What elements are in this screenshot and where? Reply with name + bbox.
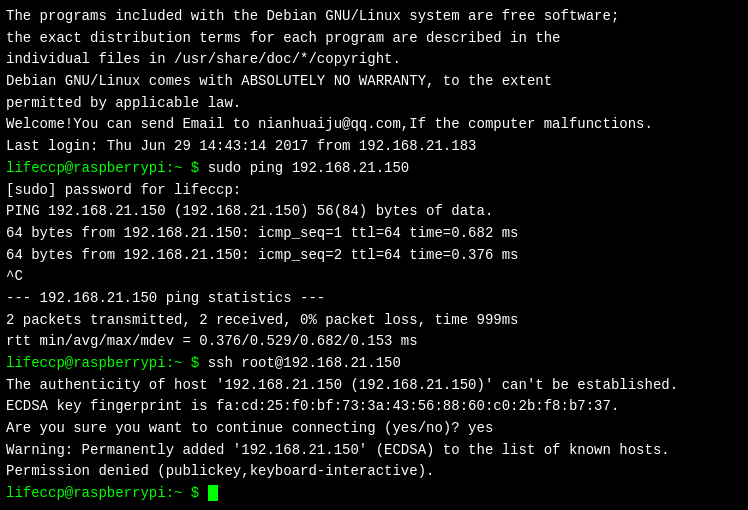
line-text: the exact distribution terms for each pr…	[6, 30, 561, 46]
line-text: 64 bytes from 192.168.21.150: icmp_seq=1…	[6, 225, 518, 241]
line-text: The authenticity of host '192.168.21.150…	[6, 377, 678, 393]
line-text: Last login: Thu Jun 29 14:43:14 2017 fro…	[6, 138, 476, 154]
line-text: [sudo] password for lifeccp:	[6, 182, 241, 198]
terminal-line: ECDSA key fingerprint is fa:cd:25:f0:bf:…	[6, 396, 742, 418]
prompt-text: lifeccp@raspberrypi:~ $	[6, 355, 208, 371]
line-text: ECDSA key fingerprint is fa:cd:25:f0:bf:…	[6, 398, 619, 414]
line-text: Debian GNU/Linux comes with ABSOLUTELY N…	[6, 73, 552, 89]
terminal-line: 64 bytes from 192.168.21.150: icmp_seq=1…	[6, 223, 742, 245]
line-text: permitted by applicable law.	[6, 95, 241, 111]
line-text: 64 bytes from 192.168.21.150: icmp_seq=2…	[6, 247, 518, 263]
terminal-line: lifeccp@raspberrypi:~ $ sudo ping 192.16…	[6, 158, 742, 180]
terminal-line: 64 bytes from 192.168.21.150: icmp_seq=2…	[6, 245, 742, 267]
terminal-line: Last login: Thu Jun 29 14:43:14 2017 fro…	[6, 136, 742, 158]
line-text: PING 192.168.21.150 (192.168.21.150) 56(…	[6, 203, 493, 219]
line-text: 2 packets transmitted, 2 received, 0% pa…	[6, 312, 518, 328]
prompt-text: lifeccp@raspberrypi:~ $	[6, 160, 208, 176]
line-text: The programs included with the Debian GN…	[6, 8, 619, 24]
terminal-line: individual files in /usr/share/doc/*/cop…	[6, 49, 742, 71]
terminal-line: Permission denied (publickey,keyboard-in…	[6, 461, 742, 483]
line-text: individual files in /usr/share/doc/*/cop…	[6, 51, 401, 67]
command-text: ssh root@192.168.21.150	[208, 355, 401, 371]
terminal-line: Debian GNU/Linux comes with ABSOLUTELY N…	[6, 71, 742, 93]
command-text: sudo ping 192.168.21.150	[208, 160, 410, 176]
line-text: rtt min/avg/max/mdev = 0.376/0.529/0.682…	[6, 333, 418, 349]
line-text: Warning: Permanently added '192.168.21.1…	[6, 442, 670, 458]
terminal-line: Warning: Permanently added '192.168.21.1…	[6, 440, 742, 462]
terminal-cursor	[208, 485, 218, 501]
terminal-line: lifeccp@raspberrypi:~ $ ssh root@192.168…	[6, 353, 742, 375]
terminal-output: The programs included with the Debian GN…	[6, 6, 742, 505]
terminal-line: The authenticity of host '192.168.21.150…	[6, 375, 742, 397]
terminal-line: 2 packets transmitted, 2 received, 0% pa…	[6, 310, 742, 332]
terminal-line: ^C	[6, 266, 742, 288]
line-text: Permission denied (publickey,keyboard-in…	[6, 463, 434, 479]
prompt-text: lifeccp@raspberrypi:~ $	[6, 485, 208, 501]
terminal-line: Are you sure you want to continue connec…	[6, 418, 742, 440]
terminal-line: The programs included with the Debian GN…	[6, 6, 742, 28]
terminal-line: Welcome!You can send Email to nianhuaiju…	[6, 114, 742, 136]
terminal-line: the exact distribution terms for each pr…	[6, 28, 742, 50]
terminal-line: rtt min/avg/max/mdev = 0.376/0.529/0.682…	[6, 331, 742, 353]
line-text: --- 192.168.21.150 ping statistics ---	[6, 290, 325, 306]
line-text: ^C	[6, 268, 23, 284]
terminal-line: permitted by applicable law.	[6, 93, 742, 115]
line-text: Are you sure you want to continue connec…	[6, 420, 493, 436]
terminal-line: lifeccp@raspberrypi:~ $	[6, 483, 742, 505]
terminal-window[interactable]: The programs included with the Debian GN…	[0, 0, 748, 510]
terminal-line: --- 192.168.21.150 ping statistics ---	[6, 288, 742, 310]
terminal-line: [sudo] password for lifeccp:	[6, 180, 742, 202]
line-text: Welcome!You can send Email to nianhuaiju…	[6, 116, 653, 132]
terminal-line: PING 192.168.21.150 (192.168.21.150) 56(…	[6, 201, 742, 223]
